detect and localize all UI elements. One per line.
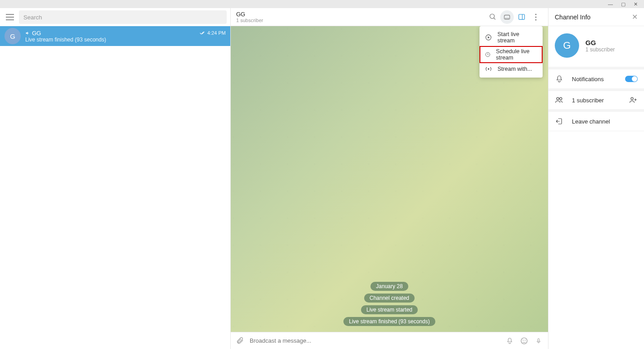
svg-point-4 — [535, 16, 536, 18]
svg-rect-2 — [519, 14, 525, 19]
date-badge: January 28 — [370, 282, 408, 291]
livestream-dropdown: Start live stream Schedule live stream S… — [480, 26, 543, 78]
notifications-label: Notifications — [572, 76, 617, 83]
people-icon — [555, 96, 564, 104]
svg-point-15 — [631, 97, 633, 100]
message-composer — [231, 332, 548, 349]
dropdown-schedule-stream[interactable]: Schedule live stream — [480, 46, 543, 63]
megaphone-icon — [25, 31, 30, 36]
window-titlebar: — ▢ ✕ — [0, 0, 644, 8]
side-panel-icon[interactable] — [515, 10, 528, 24]
add-member-icon[interactable] — [629, 96, 638, 104]
chat-list-panel: Search G GG 4:24 PM — [0, 8, 231, 349]
channel-info-panel: Channel Info ✕ G GG 1 subscriber Notific… — [548, 8, 644, 349]
svg-point-8 — [488, 68, 489, 69]
svg-point-10 — [523, 340, 524, 340]
bell-icon — [555, 75, 564, 83]
notifications-row[interactable]: Notifications — [548, 69, 644, 91]
clock-icon — [485, 51, 491, 58]
emoji-icon[interactable] — [519, 337, 529, 345]
channel-avatar[interactable]: G — [555, 33, 579, 58]
svg-point-14 — [560, 97, 562, 100]
leave-icon — [555, 117, 564, 125]
channel-name: GG — [585, 39, 615, 46]
hamburger-menu-icon[interactable] — [4, 11, 16, 23]
channel-info-title: Channel Info — [555, 14, 590, 21]
voice-icon[interactable] — [534, 336, 544, 345]
svg-rect-12 — [538, 338, 539, 341]
svg-point-3 — [535, 14, 536, 15]
window-minimize[interactable]: — — [608, 1, 613, 7]
leave-channel-row[interactable]: Leave channel — [548, 112, 644, 131]
silent-icon[interactable] — [505, 337, 515, 345]
svg-point-9 — [521, 338, 527, 344]
leave-channel-label: Leave channel — [572, 118, 638, 125]
svg-point-11 — [525, 340, 525, 340]
chat-preview: Live stream finished (93 seconds) — [25, 37, 226, 43]
svg-rect-1 — [504, 15, 510, 19]
channel-sub-count: 1 subscriber — [585, 46, 615, 53]
more-menu-icon[interactable] — [529, 10, 543, 24]
attach-icon[interactable] — [235, 337, 245, 345]
channel-profile: G GG 1 subscriber — [548, 26, 644, 69]
service-message: Live stream finished (93 seconds) — [343, 317, 435, 326]
service-message: Live stream started — [361, 305, 418, 314]
conversation-panel: GG 1 subscriber — [231, 8, 548, 349]
chat-list-item[interactable]: G GG 4:24 PM Live stream finished (93 se… — [0, 26, 230, 46]
dropdown-start-stream[interactable]: Start live stream — [480, 29, 543, 46]
channel-title: GG — [236, 11, 486, 18]
play-circle-icon — [485, 34, 492, 41]
svg-point-13 — [557, 97, 559, 100]
chat-name: GG — [25, 30, 41, 37]
notifications-toggle[interactable] — [625, 76, 638, 82]
subscribers-row[interactable]: 1 subscriber — [548, 91, 644, 112]
svg-point-5 — [535, 19, 536, 20]
chat-avatar: G — [5, 28, 21, 44]
livestream-icon[interactable] — [500, 10, 514, 24]
broadcast-icon — [485, 65, 492, 73]
search-placeholder: Search — [23, 14, 42, 21]
subscribers-label: 1 subscriber — [572, 97, 621, 104]
svg-point-0 — [490, 14, 494, 18]
search-input[interactable]: Search — [19, 10, 227, 24]
window-maximize[interactable]: ▢ — [621, 1, 626, 7]
dropdown-stream-with[interactable]: Stream with... — [480, 63, 543, 75]
channel-subtitle: 1 subscriber — [236, 18, 486, 23]
message-input[interactable] — [250, 337, 500, 344]
close-icon[interactable]: ✕ — [632, 13, 638, 21]
service-message: Channel created — [364, 294, 415, 303]
window-close[interactable]: ✕ — [634, 1, 638, 7]
search-icon[interactable] — [486, 10, 499, 24]
conversation-header[interactable]: GG 1 subscriber — [231, 8, 548, 26]
read-check-icon — [200, 31, 206, 35]
message-area: Start live stream Schedule live stream S… — [231, 26, 548, 332]
chat-time: 4:24 PM — [200, 30, 226, 36]
